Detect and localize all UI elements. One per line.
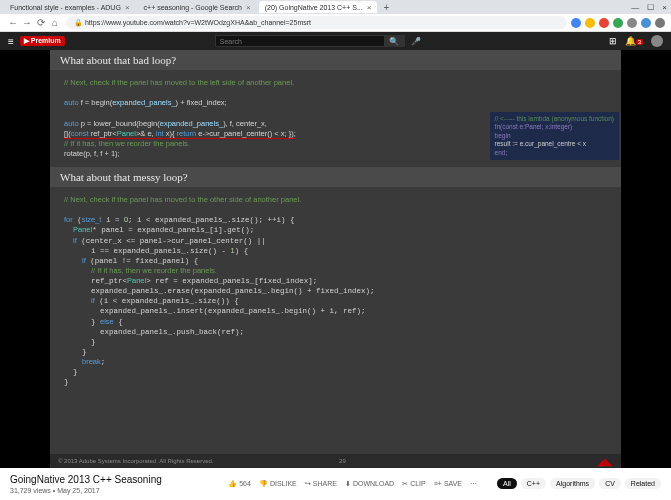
extension-icon[interactable] [585,18,595,28]
youtube-header: ≡ ▶ Premium 🔍 🎤 ⊞ 🔔3 [0,32,671,50]
like-button[interactable]: 👍 564 [228,480,251,488]
clip-button[interactable]: ✂ CLIP [402,480,426,488]
extension-icon[interactable] [571,18,581,28]
search-input[interactable] [216,36,384,46]
filter-chips: All C++ Algorithms CV Related [497,478,661,489]
tab-title: c++ seasoning - Google Search [144,4,242,11]
close-icon[interactable]: × [367,3,372,12]
back-button[interactable]: ← [6,17,20,28]
chip-related[interactable]: Related [625,478,661,489]
more-icon[interactable]: ⋯ [470,480,477,488]
youtube-logo[interactable]: ▶ Premium [20,36,65,46]
reload-button[interactable]: ⟳ [34,17,48,28]
hamburger-icon[interactable]: ≡ [8,36,14,47]
slide-content: What about that bad loop? // Next, check… [50,50,621,468]
browser-tab-3-active[interactable]: (20) GoingNative 2013 C++ S...× [259,1,378,13]
minimize-icon[interactable]: — [631,3,639,12]
browser-tab-2[interactable]: c++ seasoning - Google Search× [138,1,257,13]
new-tab-button[interactable]: + [383,2,389,13]
tab-title: Functional style - examples - ADUG [10,4,121,11]
voice-search-icon[interactable]: 🎤 [411,37,421,46]
video-metadata: 31,729 views • May 25, 2017 [10,487,100,494]
extension-icon[interactable] [627,18,637,28]
maximize-icon[interactable]: ☐ [647,3,654,12]
video-player[interactable]: What about that bad loop? // Next, check… [0,50,671,468]
extension-icon[interactable] [613,18,623,28]
copyright-text: © 2013 Adobe Systems Incorporated. All R… [58,458,214,464]
notifications-icon[interactable]: 🔔3 [625,36,643,46]
notification-badge: 3 [636,39,643,45]
browser-tab-1[interactable]: Functional style - examples - ADUG× [4,1,136,13]
slide-heading-2: What about that messy loop? [50,167,621,187]
code-block-2: // Next, check if the panel has moved to… [50,187,621,395]
browser-toolbar: ← → ⟳ ⌂ 🔒 https://www.youtube.com/watch?… [0,14,671,32]
close-icon[interactable]: × [246,3,251,12]
search-bar: 🔍 [215,35,405,47]
forward-button[interactable]: → [20,17,34,28]
code-block-1: // Next, check if the panel has moved to… [50,70,621,167]
close-window-icon[interactable]: × [662,3,667,12]
tab-title: (20) GoingNative 2013 C++ S... [265,4,363,11]
chip-cpp[interactable]: C++ [521,478,546,489]
chip-algorithms[interactable]: Algorithms [550,478,595,489]
share-button[interactable]: ↪ SHARE [305,480,337,488]
extension-icon[interactable] [599,18,609,28]
browser-tab-strip: Functional style - examples - ADUG× c++ … [0,0,671,14]
slide-footer: © 2013 Adobe Systems Incorporated. All R… [50,454,621,468]
extension-icon[interactable] [641,18,651,28]
video-details: GoingNative 2013 C++ Seasoning 31,729 vi… [0,468,671,500]
home-button[interactable]: ⌂ [48,17,62,28]
search-button[interactable]: 🔍 [384,36,404,46]
page-number: 29 [339,458,346,464]
extension-icons [571,18,665,28]
save-button[interactable]: ≡+ SAVE [434,480,462,487]
profile-avatar[interactable] [655,18,665,28]
window-controls: — ☐ × [631,3,667,12]
chip-cv[interactable]: CV [599,478,621,489]
account-avatar[interactable] [651,35,663,47]
chip-all[interactable]: All [497,478,517,489]
url-text: https://www.youtube.com/watch?v=W2tWOdzg… [85,19,311,26]
adobe-logo-icon: ◢◣ [597,456,613,467]
close-icon[interactable]: × [125,3,130,12]
slide-heading-1: What about that bad loop? [50,50,621,70]
download-button[interactable]: ⬇ DOWNLOAD [345,480,394,488]
dislike-button[interactable]: 👎 DISLIKE [259,480,297,488]
create-icon[interactable]: ⊞ [609,36,617,46]
code-tooltip: // <----- this lambda (anonymous functio… [490,112,619,160]
address-bar[interactable]: 🔒 https://www.youtube.com/watch?v=W2tWOd… [66,16,567,29]
lock-icon: 🔒 [74,19,83,27]
